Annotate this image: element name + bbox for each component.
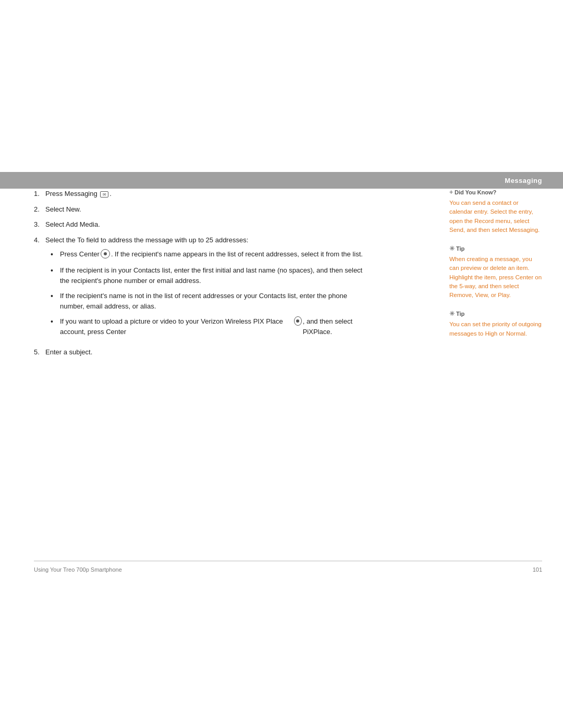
step-3-content: Select Add Media. [45,219,368,230]
step-1: Press Messaging ✉. [34,189,368,199]
tip-2-label: Tip [456,311,464,317]
step-1-content: Press Messaging ✉. [45,189,368,199]
step-5-content: Enter a subject. [45,347,368,357]
right-sidebar: + Did You Know? You can send a contact o… [449,189,542,349]
footer-right: 101 [533,566,542,573]
tip-1-label: Tip [456,245,464,252]
step-2-content: Select New. [45,204,368,215]
step-5: Enter a subject. [34,347,368,357]
header-bar: Messaging [0,172,563,189]
bullet-3: If the recipient's name is not in the li… [51,291,368,311]
step-4-content: Select the To field to address the messa… [45,235,368,342]
step-2: Select New. [34,204,368,215]
tip-1-heading: ✳ Tip [449,245,542,252]
did-you-know-label: Did You Know? [455,189,496,195]
cross-icon: + [449,189,453,196]
step-4: Select the To field to address the messa… [34,235,368,342]
sidebar-tip-2: ✳ Tip You can set the priority of outgoi… [449,310,542,338]
sidebar-did-you-know: + Did You Know? You can send a contact o… [449,189,542,235]
messaging-icon: ✉ [100,191,108,198]
footer-line [34,561,542,561]
bullet-2: If the recipient is in your Contacts lis… [51,265,368,286]
page-container: Messaging Press Messaging ✉. Select New.… [0,0,563,728]
step-3: Select Add Media. [34,219,368,230]
steps-list: Press Messaging ✉. Select New. Select Ad… [34,189,368,357]
bullet-list: Press Center . If the recipient's name a… [51,249,368,337]
sidebar-tip-1: ✳ Tip When creating a message, you can p… [449,245,542,300]
center-button-icon-2 [294,316,302,326]
main-content: Press Messaging ✉. Select New. Select Ad… [34,189,368,363]
bullet-1: Press Center . If the recipient's name a… [51,249,368,260]
star-icon-1: ✳ [449,245,455,252]
did-you-know-text: You can send a contact or calendar entry… [449,199,542,235]
tip-1-text: When creating a message, you can preview… [449,255,542,300]
did-you-know-heading: + Did You Know? [449,189,542,196]
header-title: Messaging [505,177,542,184]
bullet-4: If you want to upload a picture or video… [51,316,368,337]
center-button-icon [101,249,110,258]
tip-2-text: You can set the priority of outgoing mes… [449,320,542,338]
tip-2-heading: ✳ Tip [449,310,542,317]
footer-left: Using Your Treo 700p Smartphone [34,566,122,573]
star-icon-2: ✳ [449,310,455,317]
